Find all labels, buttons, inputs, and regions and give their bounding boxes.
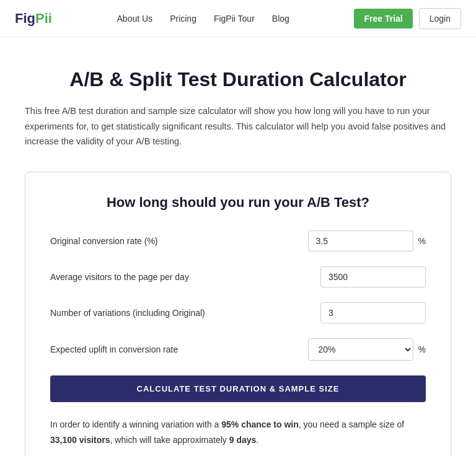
result-duration: 9 days xyxy=(229,435,257,445)
card-title: How long should you run your A/B Test? xyxy=(50,195,426,211)
calculator-card: How long should you run your A/B Test? O… xyxy=(25,172,451,456)
input-group-variations xyxy=(320,302,426,323)
logo-pii: Pii xyxy=(35,11,52,27)
label-uplift: Expected uplift in conversion rate xyxy=(50,344,211,354)
form-row-visitors: Average visitors to the page per day xyxy=(50,266,426,287)
free-trial-button[interactable]: Free Trial xyxy=(354,9,412,28)
calculate-button[interactable]: CALCULATE TEST DURATION & SAMPLE SIZE xyxy=(50,375,426,402)
navbar: FigPii About Us Pricing FigPii Tour Blog… xyxy=(0,0,476,37)
label-variations: Number of variations (including Original… xyxy=(50,308,211,318)
result-chance: 95% chance to win xyxy=(221,419,298,429)
unit-uplift: % xyxy=(418,344,426,354)
label-conversion-rate: Original conversion rate (%) xyxy=(50,236,211,246)
result-text: In order to identify a winning variation… xyxy=(50,417,426,448)
nav-links: About Us Pricing FigPii Tour Blog xyxy=(117,14,289,24)
result-end: . xyxy=(256,435,258,445)
result-middle: , you need a sample size of xyxy=(299,419,404,429)
form-row-uplift: Expected uplift in conversion rate 5% 10… xyxy=(50,338,426,361)
nav-about[interactable]: About Us xyxy=(117,14,153,24)
label-visitors: Average visitors to the page per day xyxy=(50,272,211,282)
form-row-conversion: Original conversion rate (%) % xyxy=(50,230,426,252)
logo-fig: Fig xyxy=(15,11,35,27)
input-visitors[interactable] xyxy=(320,266,426,287)
input-conversion-rate[interactable] xyxy=(308,230,413,252)
result-prefix: In order to identify a winning variation… xyxy=(50,419,221,429)
input-variations[interactable] xyxy=(320,302,426,323)
select-uplift[interactable]: 5% 10% 15% 20% 25% 30% 35% 40% 45% 50% xyxy=(308,338,413,361)
unit-conversion: % xyxy=(418,236,426,246)
result-sample-size: 33,100 visitors xyxy=(50,435,110,445)
main-content: A/B & Split Test Duration Calculator Thi… xyxy=(0,37,476,456)
input-group-conversion: % xyxy=(308,230,426,252)
nav-tour[interactable]: FigPii Tour xyxy=(214,14,255,24)
result-suffix: , which will take approximately xyxy=(110,435,229,445)
nav-pricing[interactable]: Pricing xyxy=(170,14,196,24)
login-button[interactable]: Login xyxy=(419,8,461,29)
page-title: A/B & Split Test Duration Calculator xyxy=(25,68,451,91)
form-row-variations: Number of variations (including Original… xyxy=(50,302,426,323)
page-description: This free A/B test duration and sample s… xyxy=(25,103,451,149)
nav-blog[interactable]: Blog xyxy=(272,14,289,24)
nav-buttons: Free Trial Login xyxy=(354,8,461,29)
input-group-visitors xyxy=(320,266,426,287)
input-group-uplift: 5% 10% 15% 20% 25% 30% 35% 40% 45% 50% % xyxy=(308,338,426,361)
logo: FigPii xyxy=(15,11,52,27)
